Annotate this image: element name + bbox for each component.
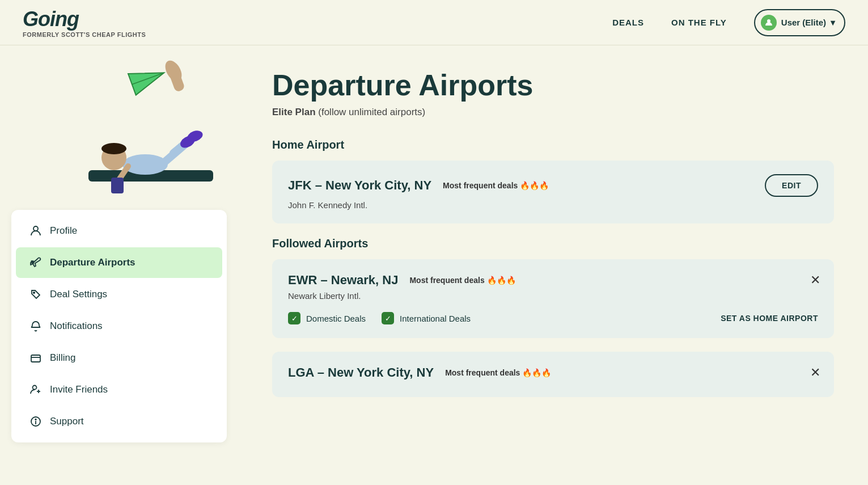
ewr-name-row: EWR – Newark, NJ Most frequent deals 🔥🔥🔥 bbox=[288, 273, 516, 288]
user-label: User (Elite) bbox=[781, 18, 826, 27]
svg-point-8 bbox=[101, 143, 126, 154]
international-label: International Deals bbox=[400, 314, 471, 323]
domestic-check-icon: ✓ bbox=[288, 312, 300, 324]
bell-icon bbox=[29, 320, 42, 332]
domestic-label: Domestic Deals bbox=[306, 314, 366, 323]
sidebar-item-label: Deal Settings bbox=[50, 289, 107, 300]
lga-name-row: LGA – New York City, NY Most frequent de… bbox=[288, 365, 551, 380]
svg-point-24 bbox=[35, 419, 36, 420]
followed-section-title: Followed Airports bbox=[272, 237, 834, 250]
sidebar: Profile Departure Airports Deal Setti bbox=[0, 45, 238, 485]
ewr-code-name: EWR – Newark, NJ bbox=[288, 273, 398, 288]
elite-badge: Elite Plan (follow unlimited airports) bbox=[272, 107, 834, 118]
sidebar-item-profile[interactable]: Profile bbox=[16, 216, 222, 246]
followed-airport-card-ewr: ✕ EWR – Newark, NJ Most frequent deals 🔥… bbox=[272, 259, 834, 338]
sidebar-item-label: Billing bbox=[50, 352, 75, 364]
plane-icon bbox=[29, 256, 42, 269]
page-layout: Profile Departure Airports Deal Setti bbox=[0, 45, 868, 485]
followed-airports-section: Followed Airports ✕ EWR – Newark, NJ Mos… bbox=[272, 237, 834, 397]
followed-airport-card-lga: ✕ LGA – New York City, NY Most frequent … bbox=[272, 352, 834, 397]
sidebar-item-notifications[interactable]: Notifications bbox=[16, 311, 222, 341]
logo-formerly: FORMERLY SCOTT'S CHEAP FLIGHTS bbox=[23, 31, 146, 38]
home-airport-badge: Most frequent deals 🔥🔥🔥 bbox=[443, 181, 549, 190]
home-airport-section-title: Home Airport bbox=[272, 138, 834, 151]
home-airport-code-name: JFK – New York City, NY bbox=[288, 178, 431, 193]
sidebar-item-label: Departure Airports bbox=[50, 257, 136, 268]
ewr-full-name: Newark Liberty Intl. bbox=[288, 291, 818, 301]
sidebar-item-support[interactable]: Support bbox=[16, 406, 222, 437]
ewr-checkboxes: ✓ Domestic Deals ✓ International Deals bbox=[288, 312, 471, 324]
nav-on-the-fly[interactable]: ON THE FLY bbox=[671, 18, 727, 27]
set-home-ewr-button[interactable]: SET AS HOME AIRPORT bbox=[721, 314, 818, 323]
sidebar-item-label: Invite Friends bbox=[50, 384, 108, 395]
ewr-badge: Most frequent deals 🔥🔥🔥 bbox=[409, 276, 515, 285]
sidebar-item-billing[interactable]: Billing bbox=[16, 343, 222, 373]
lga-code-name: LGA – New York City, NY bbox=[288, 365, 434, 380]
logo[interactable]: Going FORMERLY SCOTT'S CHEAP FLIGHTS bbox=[23, 7, 146, 38]
home-airport-card: JFK – New York City, NY Most frequent de… bbox=[272, 161, 834, 223]
sidebar-item-label: Support bbox=[50, 416, 84, 427]
svg-point-16 bbox=[33, 292, 35, 293]
remove-ewr-button[interactable]: ✕ bbox=[808, 271, 823, 290]
card-icon bbox=[29, 352, 42, 364]
sidebar-item-deal-settings[interactable]: Deal Settings bbox=[16, 279, 222, 310]
sidebar-item-label: Notifications bbox=[50, 320, 103, 332]
home-airport-name-row: JFK – New York City, NY Most frequent de… bbox=[288, 178, 549, 193]
logo-text: Going bbox=[23, 7, 146, 31]
info-icon bbox=[29, 415, 42, 428]
main-nav: DEALS ON THE FLY User (Elite) ▾ bbox=[612, 9, 845, 36]
svg-point-19 bbox=[33, 386, 37, 390]
user-avatar bbox=[761, 15, 777, 31]
edit-home-airport-button[interactable]: EDIT bbox=[765, 174, 818, 197]
ewr-international-checkbox[interactable]: ✓ International Deals bbox=[382, 312, 471, 324]
lga-badge: Most frequent deals 🔥🔥🔥 bbox=[445, 368, 551, 377]
person-icon bbox=[29, 225, 42, 237]
international-check-icon: ✓ bbox=[382, 312, 394, 324]
sidebar-item-label: Profile bbox=[50, 225, 77, 237]
sidebar-item-invite-friends[interactable]: Invite Friends bbox=[16, 374, 222, 405]
page-title: Departure Airports bbox=[272, 68, 834, 102]
svg-rect-14 bbox=[111, 178, 124, 193]
remove-lga-button[interactable]: ✕ bbox=[808, 363, 823, 382]
chevron-down-icon: ▾ bbox=[831, 18, 835, 28]
ewr-header: EWR – Newark, NJ Most frequent deals 🔥🔥🔥 bbox=[288, 273, 818, 288]
svg-rect-17 bbox=[31, 355, 40, 362]
svg-rect-4 bbox=[169, 70, 185, 92]
sidebar-item-departure-airports[interactable]: Departure Airports bbox=[16, 247, 222, 278]
lga-header: LGA – New York City, NY Most frequent de… bbox=[288, 365, 818, 380]
sidebar-menu: Profile Departure Airports Deal Setti bbox=[11, 210, 227, 442]
tag-icon bbox=[29, 288, 42, 301]
person-plus-icon bbox=[29, 383, 42, 396]
main-content: Departure Airports Elite Plan (follow un… bbox=[238, 45, 868, 485]
character-illustration bbox=[71, 57, 230, 210]
svg-point-15 bbox=[33, 226, 38, 231]
home-airport-full-name: John F. Kennedy Intl. bbox=[288, 200, 818, 210]
user-menu-button[interactable]: User (Elite) ▾ bbox=[754, 9, 845, 36]
home-airport-header: JFK – New York City, NY Most frequent de… bbox=[288, 174, 818, 197]
nav-deals[interactable]: DEALS bbox=[612, 18, 644, 27]
sidebar-illustration bbox=[0, 45, 238, 210]
ewr-domestic-checkbox[interactable]: ✓ Domestic Deals bbox=[288, 312, 366, 324]
ewr-footer: ✓ Domestic Deals ✓ International Deals S… bbox=[288, 312, 818, 324]
